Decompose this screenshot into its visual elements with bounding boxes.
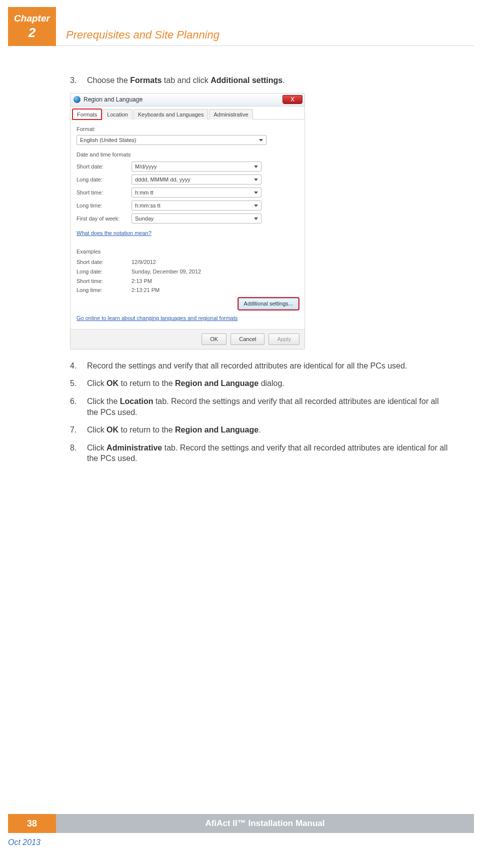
footer-bar: 38 AfiAct II™ Installation Manual (8, 814, 474, 833)
window-titlebar: Region and Language X (70, 94, 304, 106)
label-long-time: Long time: (76, 202, 132, 210)
footer-date: Oct 2013 (8, 838, 40, 847)
step-3: 3. Choose the Formats tab and click Addi… (70, 75, 450, 86)
globe-icon (74, 96, 80, 103)
row-long-time: Long time: h:mm:ss tt (76, 200, 298, 210)
row-short-time: Short time: h:mm tt (76, 188, 298, 198)
step-text: Record the settings and verify that all … (87, 360, 450, 372)
format-select-value: English (United States) (80, 136, 136, 144)
tabs-row: Formats Location Keyboards and Languages… (70, 106, 304, 120)
step-4: 4. Record the settings and verify that a… (70, 360, 450, 372)
step-number: 5. (70, 378, 87, 389)
tab-formats[interactable]: Formats (72, 109, 102, 120)
online-link[interactable]: Go online to learn about changing langua… (76, 314, 238, 322)
step-text: Choose the Formats tab and click Additio… (87, 75, 450, 86)
label-first-day: First day of week: (76, 215, 132, 222)
select-long-date[interactable]: dddd, MMMM dd, yyyy (132, 174, 262, 184)
page-number: 38 (8, 814, 56, 833)
step-text: Click OK to return to the Region and Lan… (87, 378, 450, 389)
section-title: Prerequisites and Site Planning (66, 28, 220, 42)
chapter-label: Chapter (8, 13, 56, 24)
examples: Short date:12/9/2012 Long date:Sunday, D… (76, 258, 298, 294)
select-long-time[interactable]: h:mm:ss tt (132, 200, 262, 210)
window-title: Region and Language (84, 96, 142, 104)
step-text: Click OK to return to the Region and Lan… (87, 424, 450, 436)
format-select[interactable]: English (United States) (76, 135, 266, 145)
step-number: 4. (70, 360, 87, 372)
body-content: 3. Choose the Formats tab and click Addi… (70, 75, 450, 471)
step-7: 7. Click OK to return to the Region and … (70, 424, 450, 436)
step-8: 8. Click Administrative tab. Record the … (70, 442, 450, 464)
dialog-buttons: OK Cancel Apply (70, 329, 304, 349)
close-button[interactable]: X (282, 95, 302, 104)
ok-button[interactable]: OK (202, 334, 226, 345)
section-bar: Prerequisites and Site Planning (56, 7, 474, 46)
apply-button[interactable]: Apply (268, 334, 300, 345)
step-number: 3. (70, 75, 87, 86)
label-long-date: Long date: (76, 176, 132, 184)
chapter-number: 2 (8, 25, 56, 40)
format-label: Format: (76, 126, 298, 133)
select-short-date[interactable]: M/d/yyyy (132, 162, 262, 172)
row-short-date: Short date: M/d/yyyy (76, 162, 298, 172)
manual-title: AfiAct II™ Installation Manual (56, 814, 474, 833)
label-short-date: Short date: (76, 163, 132, 170)
screenshot-region-language: Region and Language X Formats Location K… (70, 93, 305, 350)
step-number: 8. (70, 442, 87, 464)
tab-location[interactable]: Location (102, 109, 132, 120)
step-text: Click the Location tab. Record the setti… (87, 396, 450, 418)
select-first-day[interactable]: Sunday (132, 214, 262, 224)
step-5: 5. Click OK to return to the Region and … (70, 378, 450, 389)
step-number: 7. (70, 424, 87, 436)
examples-label: Examples (76, 248, 298, 256)
notation-link[interactable]: What does the notation mean? (76, 230, 152, 237)
select-short-time[interactable]: h:mm tt (132, 188, 262, 198)
label-short-time: Short time: (76, 189, 132, 196)
row-long-date: Long date: dddd, MMMM dd, yyyy (76, 174, 298, 184)
date-time-formats-label: Date and time formats (76, 151, 298, 158)
tab-keyboards-languages[interactable]: Keyboards and Languages (134, 109, 208, 120)
step-text: Click Administrative tab. Record the set… (87, 442, 450, 464)
row-first-day: First day of week: Sunday (76, 214, 298, 224)
step-6: 6. Click the Location tab. Record the se… (70, 396, 450, 418)
chapter-badge: Chapter 2 (8, 7, 56, 46)
additional-settings-button[interactable]: Additional settings... (238, 298, 298, 310)
cancel-button[interactable]: Cancel (230, 334, 264, 345)
tab-administrative[interactable]: Administrative (209, 109, 252, 120)
step-number: 6. (70, 396, 87, 418)
